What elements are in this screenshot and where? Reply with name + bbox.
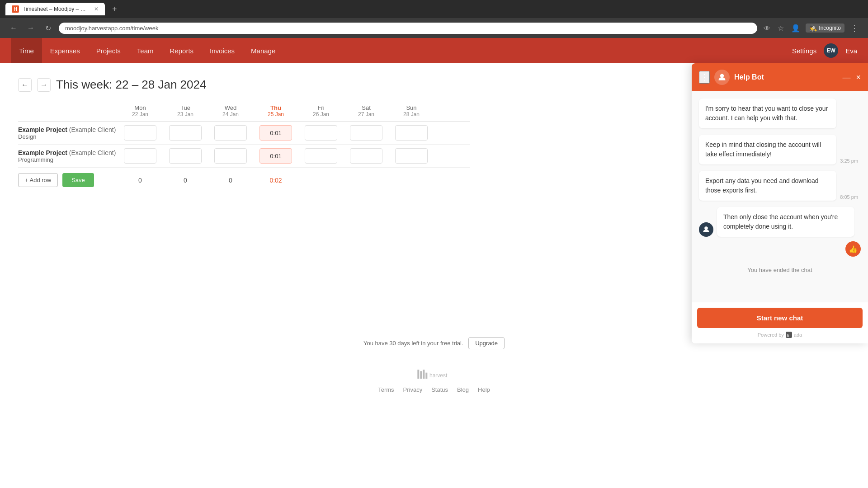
help-bot-avatar-icon xyxy=(717,73,726,82)
time-input-2-fri[interactable] xyxy=(305,148,337,164)
nav-item-reports[interactable]: Reports xyxy=(162,38,202,63)
time-input-2-wed[interactable] xyxy=(214,148,247,164)
footer-link-terms[interactable]: Terms xyxy=(378,386,394,393)
time-input-2-mon[interactable] xyxy=(124,148,156,164)
footer-total-thu: 0:02 xyxy=(253,177,298,184)
help-bot-more-button[interactable]: ⋮ xyxy=(699,71,710,84)
browser-controls: ← → ↻ moodjoy.harvestapp.com/time/week 👁… xyxy=(0,18,868,38)
table-row: Example Project (Example Client) Program… xyxy=(18,145,470,168)
footer-actions: + Add row Save xyxy=(18,173,118,187)
time-input-1-mon[interactable] xyxy=(124,125,156,141)
browser-tab-active[interactable]: H Timesheet – Moodjoy – Harvest ✕ xyxy=(5,3,105,15)
svg-rect-2 xyxy=(423,370,425,379)
project-col-header xyxy=(18,104,118,117)
project-info-1: Example Project (Example Client) Design xyxy=(18,126,118,140)
add-row-button[interactable]: + Add row xyxy=(18,173,58,187)
time-input-1-sat[interactable] xyxy=(350,125,382,141)
svg-text:harvest: harvest xyxy=(429,372,448,379)
start-new-chat-button[interactable]: Start new chat xyxy=(697,308,863,328)
harvest-logo-icon: harvest xyxy=(416,367,452,381)
main-nav: Time Expenses Projects Team Reports Invo… xyxy=(0,38,868,63)
nav-item-time[interactable]: Time xyxy=(11,38,42,63)
next-week-button[interactable]: → xyxy=(37,78,51,92)
timesheet-footer: + Add row Save 0 0 0 0:02 xyxy=(18,168,470,192)
time-cell-1-tue xyxy=(163,125,208,141)
help-bot-title: Help Bot xyxy=(734,73,838,81)
help-bot-body: I'm sorry to hear that you want to close… xyxy=(692,91,868,302)
time-cell-1-mon xyxy=(118,125,163,141)
time-cell-2-sun xyxy=(389,148,434,164)
back-button[interactable]: ← xyxy=(7,22,20,34)
help-bot-message-3: Export any data you need and download th… xyxy=(699,171,836,201)
bookmark-button[interactable]: ☆ xyxy=(776,22,786,34)
time-input-1-sun[interactable] xyxy=(395,125,428,141)
nav-item-invoices[interactable]: Invoices xyxy=(202,38,243,63)
settings-link[interactable]: Settings xyxy=(792,47,816,55)
table-row: Example Project (Example Client) Design xyxy=(18,122,470,145)
save-button[interactable]: Save xyxy=(62,173,94,187)
time-cell-2-wed xyxy=(208,148,253,164)
time-input-2-tue[interactable] xyxy=(169,148,202,164)
help-bot-message-4: Then only close the account when you're … xyxy=(717,207,854,237)
reload-button[interactable]: ↻ xyxy=(42,22,54,34)
day-header-sat: Sat 27 Jan xyxy=(344,104,389,117)
time-cell-1-sat xyxy=(344,125,389,141)
time-input-1-fri[interactable] xyxy=(305,125,337,141)
address-bar[interactable]: moodjoy.harvestapp.com/time/week xyxy=(59,23,757,34)
day-header-fri: Fri 26 Jan xyxy=(298,104,344,117)
profile-button[interactable]: 👤 xyxy=(789,22,802,34)
footer-link-blog[interactable]: Blog xyxy=(457,386,469,393)
help-bot-message-4-section: Then only close the account when you're … xyxy=(699,207,861,257)
time-input-1-tue[interactable] xyxy=(169,125,202,141)
time-input-2-thu[interactable] xyxy=(259,148,292,164)
timesheet-header: Mon 22 Jan Tue 23 Jan Wed 24 Jan Thu 25 … xyxy=(18,104,470,122)
help-bot-message-4-row: Then only close the account when you're … xyxy=(699,207,861,237)
footer-links: Terms Privacy Status Blog Help xyxy=(378,386,490,393)
forward-button[interactable]: → xyxy=(24,22,37,34)
footer-total-tue: 0 xyxy=(163,177,208,184)
nav-right: Settings EW Eva xyxy=(792,43,857,58)
time-input-2-sat[interactable] xyxy=(350,148,382,164)
time-input-1-wed[interactable] xyxy=(214,125,247,141)
footer-link-help[interactable]: Help xyxy=(478,386,490,393)
svg-point-5 xyxy=(720,74,724,78)
nav-item-expenses[interactable]: Expenses xyxy=(42,38,88,63)
upgrade-button[interactable]: Upgrade xyxy=(468,337,505,349)
user-avatar-small xyxy=(699,222,713,237)
thumbs-up-button[interactable]: 👍 xyxy=(845,241,861,257)
tab-close-button[interactable]: ✕ xyxy=(94,6,99,12)
hidden-devices-button[interactable]: 👁 xyxy=(762,23,772,34)
user-avatar: EW xyxy=(824,43,838,58)
help-bot-message-2-row: Keep in mind that closing the account wi… xyxy=(699,135,861,164)
time-cell-1-fri xyxy=(298,125,344,141)
nav-item-manage[interactable]: Manage xyxy=(243,38,283,63)
nav-item-team[interactable]: Team xyxy=(129,38,162,63)
nav-item-projects[interactable]: Projects xyxy=(88,38,129,63)
time-cell-2-thu xyxy=(253,148,298,164)
help-bot-message-3-row: Export any data you need and download th… xyxy=(699,171,861,201)
project-info-2: Example Project (Example Client) Program… xyxy=(18,149,118,163)
app-footer: harvest Terms Privacy Status Blog Help xyxy=(18,358,850,402)
time-input-2-sun[interactable] xyxy=(395,148,428,164)
ada-brand-label: ada xyxy=(794,332,802,338)
week-title: This week: 22 – 28 Jan 2024 xyxy=(56,78,206,92)
prev-week-button[interactable]: ← xyxy=(18,78,32,92)
user-name: Eva xyxy=(845,47,857,55)
help-bot-minimize-button[interactable]: — xyxy=(842,73,850,81)
ada-logo-icon: a xyxy=(786,332,792,338)
trial-message: You have 30 days left in your free trial… xyxy=(363,340,463,347)
time-input-1-thu[interactable] xyxy=(259,125,292,141)
footer-link-status[interactable]: Status xyxy=(431,386,448,393)
footer-total-mon: 0 xyxy=(118,177,163,184)
help-bot-header: ⋮ Help Bot — × xyxy=(692,63,868,91)
help-bot-close-button[interactable]: × xyxy=(856,73,861,81)
menu-button[interactable]: ⋮ xyxy=(848,21,861,35)
task-name-1: Design xyxy=(18,133,118,140)
help-bot-controls: — × xyxy=(842,73,861,81)
help-bot-message-1: I'm sorry to hear that you want to close… xyxy=(699,99,836,128)
new-tab-button[interactable]: + xyxy=(108,4,121,15)
footer-link-privacy[interactable]: Privacy xyxy=(403,386,423,393)
harvest-logo: harvest xyxy=(416,367,452,381)
total-col-header xyxy=(434,104,470,117)
incognito-badge: 🕵 Incognito xyxy=(806,23,844,33)
